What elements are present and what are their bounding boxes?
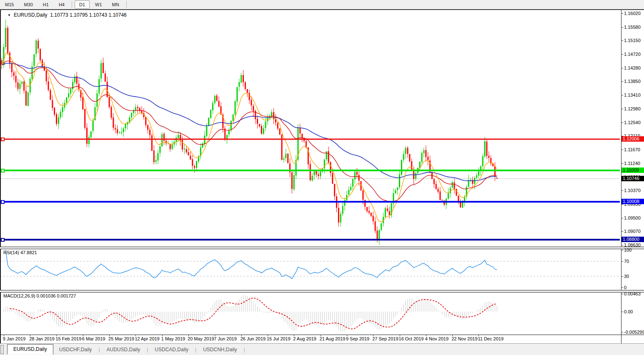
chart-title: ▼EURUSD,Daily 1.10773 1.10795 1.10743 1.… [8,12,127,18]
timeframe-button-h4[interactable]: H4 [54,0,69,9]
date-label: 20 May 2019 [188,336,214,341]
rsi-axis-tick-label: 0 [624,285,626,290]
price-axis-tick-label: 1.11670 [624,147,640,152]
date-label: 22 Nov 2019 [451,336,477,341]
toolbar-separator [72,1,72,8]
price-axis-tick-label: 1.11240 [624,161,640,166]
price-axis-tick [621,109,623,109]
tab-eurusd-daily[interactable]: EURUSD,Daily [7,344,53,355]
price-axis-tick [621,163,623,164]
chart-symbol-label: EURUSD,Daily [14,12,48,18]
date-label: 4 Nov 2019 [425,336,449,341]
date-label: 6 Mar 2019 [82,336,105,341]
rsi-indicator-label: RSI(14) 47.8821 [3,250,37,255]
price-axis-tick-label: 1.16020 [624,11,641,16]
macd-axis-tick [621,294,623,294]
rsi-name: RSI(14) [3,250,19,255]
price-axis-tick [621,27,623,28]
date-label: 25 Mar 2019 [108,336,134,341]
candlestick-chart[interactable] [0,10,621,247]
date-label: 28 Jan 2019 [29,336,55,341]
macd-panel[interactable] [0,292,621,335]
price-axis-tick [621,218,623,218]
price-axis-tick [621,40,623,41]
tab-separator: | [98,347,100,352]
date-label: 12 Apr 2019 [135,336,159,341]
price-axis-tick-label: 1.14720 [624,52,641,57]
timeframe-button-m30[interactable]: M30 [19,0,37,9]
price-axis-tick-label: 1.15150 [624,38,641,43]
rsi-axis-tick-label: 100 [624,248,631,252]
timeframe-button-mn[interactable]: MN [108,0,124,9]
tab-audusd-daily[interactable]: AUDUSD,Daily [101,345,146,354]
date-label: 21 Aug 2019 [320,336,346,341]
chart-tab-bar: EURUSD,DailyUSDCHF,Daily|AUDUSD,Daily|US… [0,344,644,355]
panel-separator[interactable] [0,247,644,249]
date-label: 9 Jan 2019 [3,336,25,341]
price-axis-tick-label: 1.13410 [624,92,641,98]
hline-price-tag: 1.10008 [621,199,644,204]
hline-price-tag: 1.11009 [621,168,644,173]
rsi-axis-tick [621,250,623,250]
price-axis-tick-label: 1.12980 [624,106,641,111]
rsi-axis-tick [621,276,623,277]
rsi-axis-tick-label: 70 [624,259,629,264]
symbol-dropdown-icon[interactable]: ▼ [8,13,11,17]
tab-usdchf-daily[interactable]: USDCHF,Daily [53,345,98,354]
price-axis-tick-label: 1.13850 [624,79,641,84]
date-label: 16 Oct 2019 [399,336,424,341]
toolbar-separator [126,1,127,8]
timeframe-button-h1[interactable]: H1 [38,0,53,9]
rsi-value: 47.8821 [20,250,37,255]
price-axis-tick [621,122,623,123]
macd-axis-tick [621,312,623,312]
date-label: 9 Sep 2019 [346,336,369,341]
tab-scroll-button[interactable] [0,345,4,354]
price-axis-tick-label: 1.08630 [624,242,641,248]
price-axis-tick-label: 1.12540 [624,120,641,125]
macd-values: 0.001036 0.001727 [36,293,76,298]
date-label: 15 Feb 2019 [55,336,81,341]
current-price-tag: 1.10746 [621,176,644,181]
price-axis-tick [621,13,623,14]
price-axis-tick [621,68,623,68]
hline-price-tag: 1.12006 [621,136,644,142]
price-axis-tick [621,95,623,95]
rsi-panel[interactable] [0,248,621,290]
tab-separator: | [194,347,197,352]
tab-usdcnh-daily[interactable]: USDCNH,Daily [197,345,243,354]
macd-name: MACD(12,26,9) [3,293,35,298]
date-label: 26 Jun 2019 [241,336,266,341]
macd-axis-tick-label: 0.00 [624,309,633,314]
price-axis-tick-label: 1.15580 [624,25,641,30]
timeframe-toolbar: M15M30H1H4D1W1MN [0,0,644,10]
macd-axis-tick-label: 0.00463 [624,291,641,296]
timeframe-button-m15[interactable]: M15 [0,0,18,9]
date-label: 27 Sep 2019 [372,336,398,341]
timeframe-button-d1[interactable]: D1 [75,0,90,9]
price-axis-tick-label: 1.14280 [624,65,641,70]
panel-border [0,10,1,343]
rsi-axis-tick [621,261,623,262]
price-axis-tick [621,150,623,150]
date-label: 7 Jun 2019 [214,336,236,341]
date-label: 2 Aug 2019 [293,336,316,341]
date-label: 1 May 2019 [161,336,185,341]
price-axis-tick-label: 1.10370 [624,188,641,193]
tab-usdcad-daily[interactable]: USDCAD,Daily [149,345,194,354]
price-axis-tick [621,81,623,82]
panel-separator[interactable] [0,290,644,292]
tab-separator: | [243,347,246,352]
timeframe-button-w1[interactable]: W1 [90,0,107,9]
price-axis-tick [621,190,623,191]
price-axis-tick [621,245,623,245]
macd-axis-tick [621,332,623,332]
hline-price-tag: 1.08800 [621,237,644,242]
rsi-axis-tick [621,288,623,288]
price-axis-tick-label: 1.09070 [624,229,641,234]
tab-separator: | [146,347,149,352]
date-label: 11 Dec 2019 [478,336,504,341]
macd-axis-tick-label: -0.005299 [624,330,644,335]
panel-border [0,335,644,335]
price-axis-tick [621,231,623,232]
